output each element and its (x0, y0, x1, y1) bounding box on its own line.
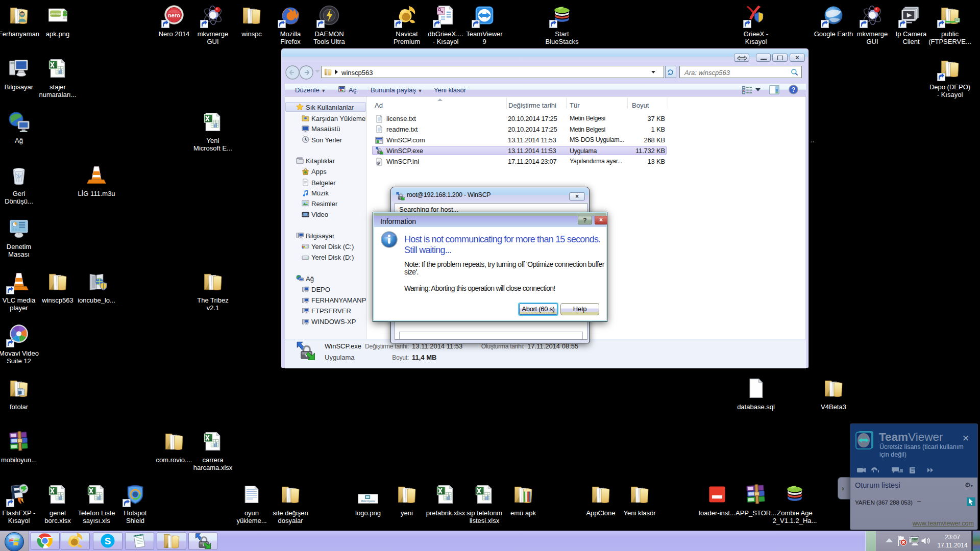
svg-text:?: ? (792, 86, 796, 93)
